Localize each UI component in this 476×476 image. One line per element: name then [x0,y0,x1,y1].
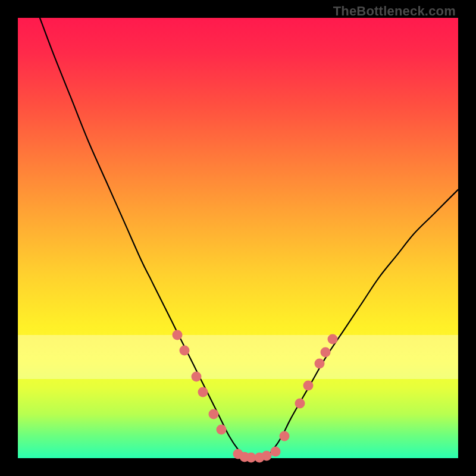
marker-dot [320,347,330,358]
bottleneck-curve [40,18,458,459]
watermark-text: TheBottleneck.com [333,4,456,19]
marker-dot [179,345,189,355]
marker-dot [314,358,324,368]
marker-dot [279,431,289,441]
marker-dot [295,398,305,408]
marker-dot [198,387,208,397]
marker-dot [303,380,314,390]
plot-area [18,18,458,458]
marker-dot [328,334,338,345]
marker-dot [191,372,201,382]
chart-frame: TheBottleneck.com [0,0,476,476]
marker-dot [216,424,226,434]
marker-dot [172,330,182,340]
curve-svg [18,18,458,458]
marker-dot [209,409,219,419]
marker-dot [270,446,280,456]
